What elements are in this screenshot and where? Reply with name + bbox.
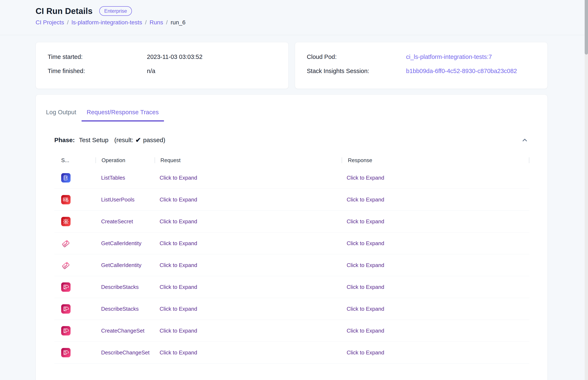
table-row: DescribeChangeSet Click to Expand Click … (54, 342, 529, 363)
response-expand-link[interactable]: Click to Expand (347, 196, 384, 203)
phase-header: Phase: Test Setup (result: ✔ passed) (54, 133, 529, 147)
table-row: CreateSecret Click to Expand Click to Ex… (54, 210, 529, 232)
tab-request-response-traces[interactable]: Request/Response Traces (82, 104, 164, 122)
stack-insights-row: Stack Insights Session: b1bb09da-6ff0-4c… (307, 67, 548, 75)
response-expand-link[interactable]: Click to Expand (347, 327, 384, 334)
trace-table: S... Operation Request Response ListTabl… (54, 153, 529, 363)
cloud-pod-row: Cloud Pod: ci_ls-platform-integration-te… (307, 53, 548, 60)
table-row: GetCallerIdentity Click to Expand Click … (54, 232, 529, 254)
table-row: DescribeStacks Click to Expand Click to … (54, 276, 529, 298)
breadcrumb-project[interactable]: ls-platform-integration-tests (72, 19, 142, 26)
response-expand-link[interactable]: Click to Expand (347, 262, 384, 268)
column-header-status: S... (54, 157, 95, 164)
sts-service-icon (61, 261, 71, 270)
request-expand-link[interactable]: Click to Expand (160, 262, 197, 268)
cloudformation-service-icon (61, 326, 71, 336)
phase-result-prefix: (result: (114, 136, 133, 144)
trace-table-header: S... Operation Request Response (54, 153, 529, 167)
breadcrumb-current-run: run_6 (171, 19, 185, 26)
phase-result: (result: ✔ passed) (114, 136, 165, 144)
tab-bar: Log Output Request/Response Traces (41, 95, 547, 122)
operation-label: GetCallerIdentity (101, 240, 142, 247)
breadcrumb-separator: / (166, 19, 168, 26)
cloudformation-service-icon (61, 282, 71, 292)
response-expand-link[interactable]: Click to Expand (347, 349, 384, 356)
time-finished-row: Time finished: n/a (48, 67, 288, 75)
column-header-operation: Operation (96, 157, 155, 164)
time-finished-value: n/a (147, 67, 155, 75)
request-expand-link[interactable]: Click to Expand (160, 349, 197, 356)
request-expand-link[interactable]: Click to Expand (160, 327, 197, 334)
chevron-up-icon (521, 136, 529, 144)
stack-insights-link[interactable]: b1bb09da-6ff0-4c52-8930-c870ba23c082 (406, 67, 517, 75)
enterprise-badge: Enterprise (99, 6, 132, 16)
trace-table-body: ListTables Click to Expand Click to Expa… (54, 167, 529, 363)
cloud-pod-label: Cloud Pod: (307, 53, 406, 60)
operation-label: CreateChangeSet (101, 327, 144, 334)
time-started-row: Time started: 2023-11-03 03:03:52 (48, 53, 288, 60)
table-row: CreateChangeSet Click to Expand Click to… (54, 320, 529, 342)
secretsmanager-service-icon (61, 217, 71, 226)
operation-label: CreateSecret (101, 218, 133, 225)
operation-label: ListUserPools (101, 196, 134, 203)
response-expand-link[interactable]: Click to Expand (347, 240, 384, 247)
operation-label: DescribeChangeSet (101, 349, 150, 356)
request-expand-link[interactable]: Click to Expand (160, 306, 197, 312)
request-expand-link[interactable]: Click to Expand (160, 175, 197, 181)
table-row: ListTables Click to Expand Click to Expa… (54, 167, 529, 189)
column-header-response: Response (342, 157, 529, 164)
traces-card: Log Output Request/Response Traces Phase… (36, 95, 548, 380)
breadcrumb-runs[interactable]: Runs (150, 19, 163, 26)
breadcrumb-ci-projects[interactable]: CI Projects (36, 19, 64, 26)
page-header: CI Run Details Enterprise CI Projects / … (0, 0, 588, 35)
check-icon: ✔ (135, 136, 141, 144)
breadcrumb-separator: / (145, 19, 147, 26)
sts-service-icon (61, 239, 71, 248)
operation-label: DescribeStacks (101, 306, 139, 312)
phase-name: Test Setup (79, 136, 109, 144)
request-expand-link[interactable]: Click to Expand (160, 284, 197, 290)
table-row: ListUserPools Click to Expand Click to E… (54, 189, 529, 210)
phase-label: Phase: (54, 136, 75, 144)
page-title: CI Run Details (36, 6, 92, 16)
time-finished-label: Time finished: (48, 67, 147, 75)
response-expand-link[interactable]: Click to Expand (347, 284, 384, 290)
cloud-pod-link[interactable]: ci_ls-platform-integration-tests:7 (406, 53, 492, 60)
scrollbar-thumb[interactable] (585, 0, 588, 55)
cognito-service-icon (61, 195, 71, 204)
time-summary-card: Time started: 2023-11-03 03:03:52 Time f… (36, 42, 289, 89)
request-expand-link[interactable]: Click to Expand (160, 240, 197, 247)
stack-insights-label: Stack Insights Session: (307, 67, 406, 75)
cloudformation-service-icon (61, 348, 71, 357)
request-expand-link[interactable]: Click to Expand (160, 196, 197, 203)
time-started-value: 2023-11-03 03:03:52 (147, 53, 202, 60)
operation-label: ListTables (101, 175, 125, 181)
dynamodb-service-icon (61, 173, 71, 183)
breadcrumb-separator: / (67, 19, 69, 26)
breadcrumb: CI Projects / ls-platform-integration-te… (36, 19, 588, 26)
response-expand-link[interactable]: Click to Expand (347, 218, 384, 225)
phase-result-suffix: passed) (143, 136, 165, 144)
operation-label: DescribeStacks (101, 284, 139, 290)
response-expand-link[interactable]: Click to Expand (347, 175, 384, 181)
column-separator (529, 157, 529, 163)
table-row: DescribeStacks Click to Expand Click to … (54, 298, 529, 320)
scrollbar-track[interactable] (585, 0, 588, 380)
collapse-phase-button[interactable] (520, 135, 529, 145)
cloudformation-service-icon (61, 304, 71, 314)
links-summary-card: Cloud Pod: ci_ls-platform-integration-te… (295, 42, 548, 89)
response-expand-link[interactable]: Click to Expand (347, 306, 384, 312)
column-header-request: Request (155, 157, 342, 164)
table-row: GetCallerIdentity Click to Expand Click … (54, 254, 529, 276)
operation-label: GetCallerIdentity (101, 262, 142, 268)
request-expand-link[interactable]: Click to Expand (160, 218, 197, 225)
tab-log-output[interactable]: Log Output (41, 104, 82, 122)
time-started-label: Time started: (48, 53, 147, 60)
